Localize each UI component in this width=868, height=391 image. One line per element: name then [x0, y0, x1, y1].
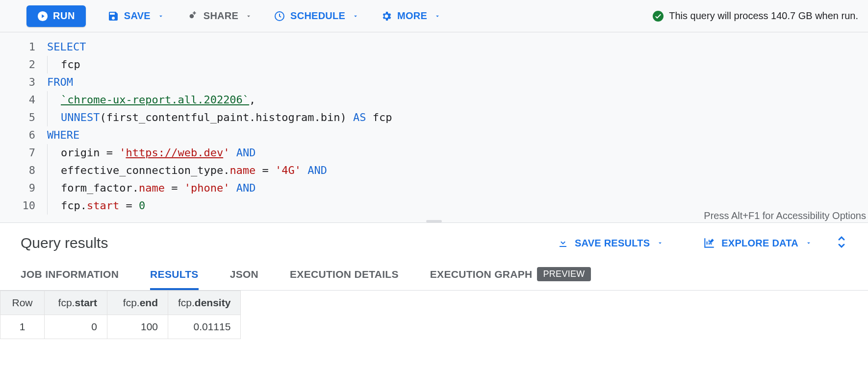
play-icon	[37, 11, 48, 22]
results-title: Query results	[21, 235, 108, 251]
expand-collapse-button[interactable]	[836, 235, 847, 251]
query-validation-status: This query will process 140.7 GB when ru…	[652, 10, 858, 22]
table-row[interactable]: 101000.01115	[0, 315, 241, 339]
caret-down-icon	[245, 13, 252, 20]
resize-handle[interactable]	[426, 220, 442, 222]
schedule-button[interactable]: SCHEDULE	[274, 10, 359, 22]
run-label: RUN	[53, 10, 75, 22]
explore-data-label: EXPLORE DATA	[721, 238, 798, 249]
clock-icon	[274, 10, 285, 22]
save-results-button[interactable]: SAVE RESULTS	[557, 237, 664, 249]
results-header: Query results SAVE RESULTS EXPLORE DATA	[0, 222, 868, 260]
unfold-icon	[836, 235, 847, 249]
caret-down-icon	[157, 13, 164, 20]
editor-gutter: 12345678910	[0, 32, 47, 222]
table-header-row: Row fcp.start fcp.end fcp.density	[0, 291, 241, 315]
more-label: MORE	[397, 10, 427, 22]
share-button[interactable]: SHARE	[186, 10, 252, 23]
save-label: SAVE	[124, 10, 151, 22]
sql-editor[interactable]: 12345678910 SELECTfcpFROM`chrome-ux-repo…	[0, 32, 868, 222]
tab-results[interactable]: RESULTS	[150, 260, 199, 290]
tab-json[interactable]: JSON	[230, 260, 258, 290]
col-fcp-density: fcp.density	[168, 291, 241, 315]
results-table: Row fcp.start fcp.end fcp.density 101000…	[0, 291, 241, 339]
col-row: Row	[0, 291, 45, 315]
caret-down-icon	[805, 240, 812, 246]
more-button[interactable]: MORE	[381, 10, 441, 22]
gear-icon	[381, 10, 392, 22]
caret-down-icon	[352, 13, 359, 20]
check-circle-icon	[652, 10, 664, 22]
tab-job-information[interactable]: JOB INFORMATION	[21, 260, 119, 290]
col-fcp-end: fcp.end	[107, 291, 168, 315]
query-toolbar: RUN SAVE SHARE SCHEDULE MORE This query …	[0, 0, 868, 32]
tab-execution-details[interactable]: EXECUTION DETAILS	[290, 260, 399, 290]
caret-down-icon	[434, 13, 441, 20]
save-results-label: SAVE RESULTS	[575, 238, 650, 249]
explore-data-button[interactable]: EXPLORE DATA	[703, 237, 812, 249]
editor-code[interactable]: SELECTfcpFROM`chrome-ux-report.all.20220…	[47, 32, 392, 222]
svg-point-2	[653, 11, 664, 22]
save-button[interactable]: SAVE	[107, 10, 164, 22]
status-text: This query will process 140.7 GB when ru…	[669, 10, 858, 22]
share-icon	[186, 10, 199, 23]
share-label: SHARE	[204, 10, 238, 22]
save-icon	[107, 10, 119, 22]
chart-icon	[703, 237, 715, 249]
schedule-label: SCHEDULE	[290, 10, 345, 22]
run-button[interactable]: RUN	[26, 5, 86, 27]
caret-down-icon	[657, 240, 664, 246]
col-fcp-start: fcp.start	[45, 291, 107, 315]
download-icon	[557, 237, 569, 249]
accessibility-hint: Press Alt+F1 for Accessibility Options	[704, 210, 866, 221]
results-tabs: JOB INFORMATION RESULTS JSON EXECUTION D…	[0, 260, 868, 291]
tab-execution-graph[interactable]: EXECUTION GRAPH PREVIEW	[430, 260, 591, 290]
preview-badge: PREVIEW	[537, 267, 590, 281]
